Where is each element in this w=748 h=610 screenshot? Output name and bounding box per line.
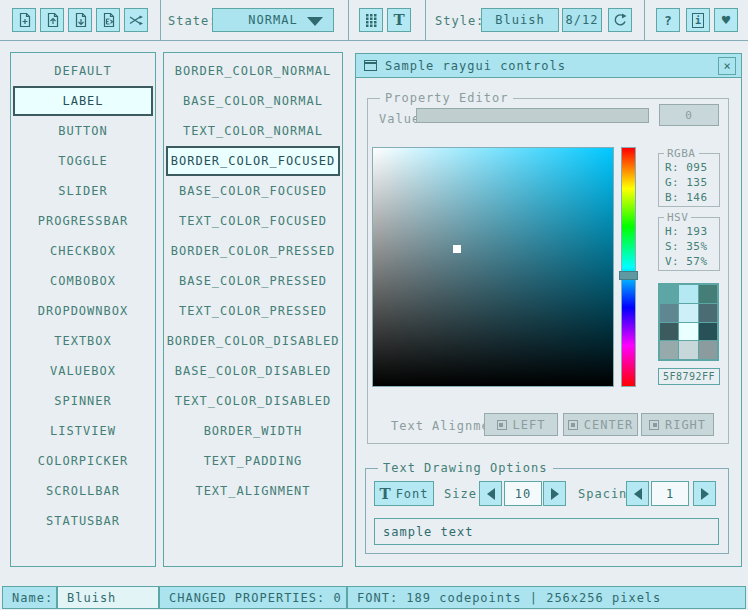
toolbar-divider xyxy=(644,0,645,40)
list-item-toggle[interactable]: TOGGLE xyxy=(11,146,155,176)
align-right-label: RIGHT xyxy=(665,418,706,432)
statusbar-name-label: Name: xyxy=(2,586,57,609)
list-item-slider[interactable]: SLIDER xyxy=(11,176,155,206)
size-value: 10 xyxy=(515,487,531,501)
style-color-swatch[interactable] xyxy=(699,323,717,341)
property-editor-group-label: Property Editor xyxy=(380,91,513,105)
list-item-colorpicker[interactable]: COLORPICKER xyxy=(11,446,155,476)
hex-value-box[interactable]: 5F8792FF xyxy=(658,368,720,385)
close-button[interactable]: × xyxy=(718,57,736,75)
font-button[interactable]: T Font xyxy=(374,481,434,506)
list-item-border_color_focused[interactable]: BORDER_COLOR_FOCUSED xyxy=(166,146,340,176)
list-item-border_color_disabled[interactable]: BORDER_COLOR_DISABLED xyxy=(164,326,342,356)
size-increment-button[interactable] xyxy=(543,481,566,506)
style-color-swatch[interactable] xyxy=(699,341,717,359)
toolbar-divider xyxy=(425,0,426,40)
style-color-swatch[interactable] xyxy=(660,285,678,303)
sponsor-button[interactable]: ♥ xyxy=(714,8,738,32)
list-item-button[interactable]: BUTTON xyxy=(11,116,155,146)
font-info-text: FONT: 189 codepoints | 256x256 pixels xyxy=(357,591,661,605)
style-color-swatch[interactable] xyxy=(679,341,697,359)
size-value-box[interactable]: 10 xyxy=(504,481,542,506)
info-icon: i xyxy=(692,13,704,28)
help-button[interactable]: ? xyxy=(656,8,680,32)
spacing-value-box[interactable]: 1 xyxy=(651,481,689,506)
list-item-scrollbar[interactable]: SCROLLBAR xyxy=(11,476,155,506)
hue-bar[interactable] xyxy=(622,148,635,386)
list-item-statusbar[interactable]: STATUSBAR xyxy=(11,506,155,536)
name-label-text: Name: xyxy=(12,591,53,605)
value-row: B:146 xyxy=(665,191,719,206)
style-counter-button[interactable]: 8/12 xyxy=(562,8,602,32)
size-decrement-button[interactable] xyxy=(479,481,502,506)
load-style-button[interactable] xyxy=(40,8,64,32)
list-item-listview[interactable]: LISTVIEW xyxy=(11,416,155,446)
list-item-text_color_focused[interactable]: TEXT_COLOR_FOCUSED xyxy=(164,206,342,236)
file-save-icon xyxy=(72,12,88,28)
arrow-left-icon xyxy=(487,488,495,500)
info-button[interactable]: i xyxy=(686,8,710,32)
reload-style-button[interactable] xyxy=(608,8,632,32)
color-picker-cursor[interactable] xyxy=(453,245,461,253)
sample-text-input[interactable]: sample text xyxy=(374,518,719,545)
color-picker-panel[interactable] xyxy=(373,148,613,386)
style-color-swatch[interactable] xyxy=(699,304,717,322)
style-color-swatch[interactable] xyxy=(679,323,697,341)
hue-bar-handle[interactable] xyxy=(619,271,638,280)
align-center-icon xyxy=(568,420,578,430)
list-item-label[interactable]: LABEL xyxy=(13,86,153,116)
style-color-swatch[interactable] xyxy=(660,341,678,359)
state-dropdown[interactable]: NORMAL xyxy=(212,8,334,32)
font-preview-button[interactable]: T xyxy=(387,8,411,32)
window-icon xyxy=(364,60,377,71)
style-color-swatch[interactable] xyxy=(679,304,697,322)
list-item-base_color_pressed[interactable]: BASE_COLOR_PRESSED xyxy=(164,266,342,296)
list-item-dropdownbox[interactable]: DROPDOWNBOX xyxy=(11,296,155,326)
text-tool-icon: T xyxy=(393,11,404,29)
list-item-text_color_disabled[interactable]: TEXT_COLOR_DISABLED xyxy=(164,386,342,416)
list-item-combobox[interactable]: COMBOBOX xyxy=(11,266,155,296)
arrow-right-icon xyxy=(551,488,559,500)
toolbar-divider xyxy=(160,0,161,40)
list-item-text_padding[interactable]: TEXT_PADDING xyxy=(164,446,342,476)
save-style-button[interactable] xyxy=(68,8,92,32)
spacing-increment-button[interactable] xyxy=(693,481,716,506)
style-name-input[interactable]: Bluish xyxy=(57,586,159,609)
value-row: S:35% xyxy=(665,240,719,255)
style-name-text: Bluish xyxy=(67,591,116,605)
font-info-status: FONT: 189 codepoints | 256x256 pixels xyxy=(347,586,746,609)
help-icon: ? xyxy=(664,13,672,28)
list-item-valuebox[interactable]: VALUEBOX xyxy=(11,356,155,386)
style-table-button[interactable] xyxy=(359,8,383,32)
style-color-swatch[interactable] xyxy=(699,285,717,303)
style-color-swatch[interactable] xyxy=(679,285,697,303)
style-name-button[interactable]: Bluish xyxy=(481,8,559,32)
list-item-base_color_normal[interactable]: BASE_COLOR_NORMAL xyxy=(164,86,342,116)
list-item-border_color_normal[interactable]: BORDER_COLOR_NORMAL xyxy=(164,56,342,86)
style-color-swatch[interactable] xyxy=(660,304,678,322)
list-item-textbox[interactable]: TEXTBOX xyxy=(11,326,155,356)
list-item-border_width[interactable]: BORDER_WIDTH xyxy=(164,416,342,446)
list-item-spinner[interactable]: SPINNER xyxy=(11,386,155,416)
list-item-text_color_pressed[interactable]: TEXT_COLOR_PRESSED xyxy=(164,296,342,326)
sample-controls-window: Sample raygui controls × Property Editor… xyxy=(355,53,742,567)
heart-icon: ♥ xyxy=(722,12,730,28)
sample-text-value: sample text xyxy=(383,525,473,539)
randomize-style-button[interactable] xyxy=(124,8,148,32)
list-item-default[interactable]: DEFAULT xyxy=(11,56,155,86)
arrow-left-icon xyxy=(634,488,642,500)
list-item-base_color_focused[interactable]: BASE_COLOR_FOCUSED xyxy=(164,176,342,206)
style-label: Style: xyxy=(435,14,484,28)
list-item-border_color_pressed[interactable]: BORDER_COLOR_PRESSED xyxy=(164,236,342,266)
new-style-button[interactable] xyxy=(12,8,36,32)
list-item-text_alignment[interactable]: TEXT_ALIGNMENT xyxy=(164,476,342,506)
spacing-decrement-button[interactable] xyxy=(626,481,649,506)
rgba-group-label: RGBA xyxy=(664,147,699,160)
style-color-swatch[interactable] xyxy=(660,323,678,341)
list-item-text_color_normal[interactable]: TEXT_COLOR_NORMAL xyxy=(164,116,342,146)
list-item-base_color_disabled[interactable]: BASE_COLOR_DISABLED xyxy=(164,356,342,386)
list-item-checkbox[interactable]: CHECKBOX xyxy=(11,236,155,266)
list-item-progressbar[interactable]: PROGRESSBAR xyxy=(11,206,155,236)
hex-value: 5F8792FF xyxy=(663,371,715,382)
export-style-button[interactable] xyxy=(96,8,120,32)
